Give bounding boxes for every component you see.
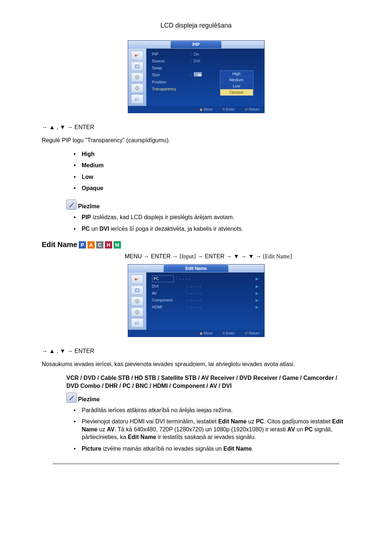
input-icon: [131, 51, 143, 60]
note-icon: [66, 393, 77, 403]
note-pc-dvi: PC un DVI ierīcēs šī poga ir dezaktivēta…: [82, 225, 350, 233]
note-devices-differ: Parādītās ierīces atšķiras atkarībā no ā…: [82, 406, 350, 414]
row-dvi: DVI:- - - -▶: [152, 284, 258, 289]
badge-m: M: [114, 241, 121, 249]
transparency-options: High Medium Low Opaque: [42, 150, 350, 192]
svg-point-1: [137, 54, 138, 56]
sidebar-icons: [128, 272, 146, 330]
row-hdmi: HDMI:- - - -▶: [152, 304, 258, 310]
edit-name-menu-screenshot: Edit Name PC:- - - -▶ DVI:- - - -▶ AV:- …: [128, 264, 265, 337]
note-label: Piezīme: [78, 396, 100, 403]
divider: [53, 464, 339, 464]
notes-block-2: Parādītās ierīces atšķiras atkarībā no ā…: [42, 406, 350, 453]
note-pip-off: PIP izslēdzas, kad LCD displejs ir piesl…: [82, 213, 350, 221]
svg-rect-18: [135, 323, 137, 325]
pip-title: PIP: [171, 41, 221, 48]
badge-h: H: [105, 241, 112, 249]
row-source: Source:DVI: [152, 58, 258, 64]
picture-icon: [131, 62, 143, 71]
svg-rect-7: [135, 99, 137, 101]
note-hdmi-dvi: Pievienojot datoru HDMI vai DVI termināl…: [82, 418, 350, 441]
note-label: Piezīme: [78, 203, 100, 210]
badge-a: A: [87, 241, 95, 249]
svg-point-3: [136, 66, 136, 66]
setup-icon: [131, 83, 143, 93]
note-icon: [66, 200, 77, 210]
pip-title-bar: PIP: [128, 41, 264, 49]
setup-icon: [131, 307, 143, 317]
opt-medium: Medium: [82, 161, 350, 169]
device-list: VCR / DVD / Cable STB / HD STB / Satelli…: [66, 374, 350, 390]
row-swap: Swap: [152, 65, 258, 71]
svg-rect-8: [137, 98, 139, 101]
picture-icon: [131, 286, 143, 295]
sound-icon: [131, 73, 143, 82]
svg-rect-13: [135, 289, 139, 292]
sidebar-icons: [128, 49, 146, 106]
svg-rect-10: [198, 74, 201, 76]
svg-point-6: [136, 87, 139, 90]
svg-rect-19: [137, 321, 139, 325]
input-icon: [131, 275, 143, 284]
nav-sequence-1: → ▲ , ▼ → ENTER: [42, 124, 350, 131]
svg-point-5: [136, 77, 138, 78]
sound-icon: [131, 296, 143, 306]
menu-path: MENU → ENTER → [Input] → ENTER → ▼ → ▼ →…: [66, 253, 350, 260]
badge-p: P: [79, 241, 86, 249]
row-pc: PC:- - - -▶: [152, 275, 258, 282]
edit-name-heading: Edit Name P A C H M: [42, 241, 350, 249]
svg-rect-2: [135, 65, 139, 68]
badge-c: C: [96, 241, 103, 249]
multi-icon: [131, 318, 143, 328]
svg-point-16: [136, 301, 138, 302]
nav-sequence-2: → ▲ , ▼ → ENTER: [42, 348, 350, 354]
svg-point-11: [135, 278, 137, 280]
en-title-bar: Edit Name: [128, 264, 264, 272]
pip-footer: ◆Move ⎘Enter ↺Return: [128, 106, 264, 113]
transparency-desc: Regulē PIP logu "Transparency" (caurspīd…: [42, 136, 350, 144]
row-component: Component:- - - -▶: [152, 297, 258, 303]
svg-point-0: [135, 54, 137, 57]
opt-low: Low: [82, 173, 350, 181]
en-title: Edit Name: [164, 265, 229, 272]
opt-opaque: Opaque: [82, 184, 350, 192]
row-pip: PIP:On: [152, 52, 258, 57]
edit-name-desc: Nosaukums ievades ierīcei, kas pievienot…: [42, 360, 350, 368]
en-footer: ◆Move ⎘Enter ↺Return: [128, 330, 264, 337]
opt-high: High: [82, 150, 350, 158]
svg-point-12: [137, 278, 138, 279]
multi-icon: [131, 94, 143, 104]
transparency-dropdown: High Medium Low Opaque: [220, 70, 253, 96]
notes-block-1: PIP izslēdzas, kad LCD displejs ir piesl…: [42, 213, 350, 233]
note-picture-menu: Picture izvēlne mainās atkarībā no ievad…: [82, 445, 350, 453]
svg-point-14: [136, 290, 136, 290]
page-title: LCD displeja regulēšana: [42, 22, 350, 29]
svg-point-17: [136, 311, 139, 313]
row-av: AV:- - - -▶: [152, 291, 258, 296]
pip-menu-screenshot: PIP PIP:On Source:DVI Swap Size: Positio…: [128, 40, 265, 113]
